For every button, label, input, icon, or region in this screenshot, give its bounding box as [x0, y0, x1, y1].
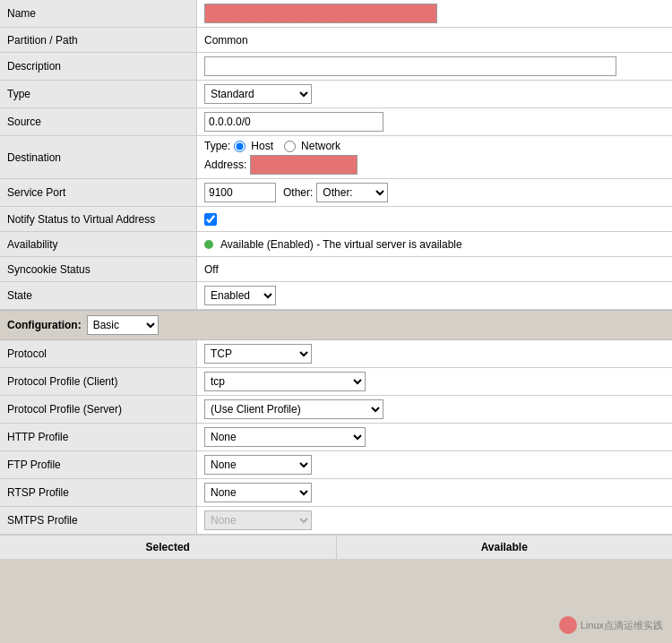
- source-value: [197, 108, 672, 135]
- smtps-profile-value: None: [197, 507, 672, 534]
- protocol-server-row: Protocol Profile (Server) (Use Client Pr…: [0, 396, 672, 424]
- notify-checkbox[interactable]: [204, 213, 217, 226]
- description-input[interactable]: [204, 56, 616, 76]
- name-value: [197, 0, 672, 27]
- protocol-server-select[interactable]: (Use Client Profile) tcp: [204, 399, 383, 419]
- footer-selected: Selected: [0, 536, 337, 559]
- destination-type-row: Type: Host Network: [204, 140, 348, 152]
- description-value: [197, 53, 672, 80]
- configuration-select[interactable]: Basic Advanced: [87, 315, 159, 335]
- rtsp-profile-row: RTSP Profile None: [0, 479, 672, 507]
- destination-value: Type: Host Network Address:: [197, 136, 672, 178]
- other-select[interactable]: Other: HTTP HTTPS: [316, 183, 388, 202]
- description-label: Description: [0, 53, 197, 80]
- protocol-value: TCP UDP Any: [197, 340, 672, 367]
- notify-value: [197, 207, 672, 231]
- service-port-input[interactable]: [204, 183, 276, 202]
- destination-row: Destination Type: Host Network Address:: [0, 136, 672, 179]
- syncookie-label: Syncookie Status: [0, 257, 197, 281]
- state-select[interactable]: Enabled Disabled: [204, 286, 276, 305]
- ftp-profile-value: None: [197, 451, 672, 478]
- syncookie-text: Off: [204, 263, 219, 276]
- destination-address-label: Address:: [204, 159, 246, 171]
- availability-dot: [204, 240, 213, 249]
- protocol-client-row: Protocol Profile (Client) tcp fastL4: [0, 368, 672, 396]
- protocol-client-value: tcp fastL4: [197, 368, 672, 395]
- name-input[interactable]: [204, 4, 437, 23]
- rtsp-profile-value: None: [197, 479, 672, 506]
- destination-host-radio[interactable]: [234, 141, 246, 152]
- source-input[interactable]: [204, 112, 383, 132]
- name-row: Name: [0, 0, 672, 28]
- protocol-server-label: Protocol Profile (Server): [0, 396, 197, 423]
- smtps-profile-select[interactable]: None: [204, 510, 312, 530]
- ftp-profile-label: FTP Profile: [0, 451, 197, 478]
- rtsp-profile-label: RTSP Profile: [0, 479, 197, 506]
- state-label: State: [0, 282, 197, 309]
- source-row: Source: [0, 108, 672, 136]
- http-profile-select[interactable]: None http: [204, 427, 366, 447]
- name-label: Name: [0, 0, 197, 27]
- partition-row: Partition / Path Common: [0, 28, 672, 53]
- rtsp-profile-select[interactable]: None: [204, 483, 312, 502]
- availability-label: Availability: [0, 232, 197, 256]
- partition-label: Partition / Path: [0, 28, 197, 52]
- footer-available: Available: [337, 536, 673, 559]
- configuration-header: Configuration: Basic Advanced: [0, 310, 672, 340]
- state-value: Enabled Disabled: [197, 282, 672, 309]
- main-form: Name Partition / Path Common Description…: [0, 0, 672, 559]
- other-label: Other:: [283, 186, 313, 199]
- partition-value: Common: [197, 28, 672, 52]
- http-profile-label: HTTP Profile: [0, 424, 197, 450]
- destination-host-label: Host: [251, 140, 273, 152]
- type-row: Type Standard: [0, 81, 672, 108]
- protocol-select[interactable]: TCP UDP Any: [204, 344, 312, 364]
- protocol-label: Protocol: [0, 340, 197, 367]
- state-row: State Enabled Disabled: [0, 282, 672, 310]
- ftp-profile-row: FTP Profile None: [0, 451, 672, 479]
- smtps-profile-label: SMTPS Profile: [0, 507, 197, 534]
- type-value: Standard: [197, 81, 672, 107]
- availability-value: Available (Enabled) - The virtual server…: [197, 232, 672, 256]
- availability-text: Available (Enabled) - The virtual server…: [220, 238, 462, 251]
- destination-network-radio[interactable]: [284, 141, 296, 152]
- destination-label: Destination: [0, 136, 197, 178]
- destination-address-row: Address:: [204, 155, 358, 175]
- http-profile-row: HTTP Profile None http: [0, 424, 672, 451]
- protocol-client-label: Protocol Profile (Client): [0, 368, 197, 395]
- syncookie-row: Syncookie Status Off: [0, 257, 672, 282]
- service-port-row: Service Port Other: Other: HTTP HTTPS: [0, 179, 672, 207]
- smtps-profile-row: SMTPS Profile None: [0, 507, 672, 535]
- notify-row: Notify Status to Virtual Address: [0, 207, 672, 232]
- service-port-label: Service Port: [0, 179, 197, 206]
- destination-type-label: Type:: [204, 140, 230, 152]
- partition-text: Common: [204, 34, 248, 47]
- syncookie-value: Off: [197, 257, 672, 281]
- http-profile-value: None http: [197, 424, 672, 450]
- footer: Selected Available: [0, 535, 672, 559]
- type-label: Type: [0, 81, 197, 107]
- notify-label: Notify Status to Virtual Address: [0, 207, 197, 231]
- protocol-row: Protocol TCP UDP Any: [0, 340, 672, 368]
- protocol-server-value: (Use Client Profile) tcp: [197, 396, 672, 423]
- destination-address-input[interactable]: [250, 155, 358, 175]
- type-select[interactable]: Standard: [204, 84, 312, 104]
- availability-row: Availability Available (Enabled) - The v…: [0, 232, 672, 257]
- source-label: Source: [0, 108, 197, 135]
- protocol-client-select[interactable]: tcp fastL4: [204, 372, 366, 391]
- description-row: Description: [0, 53, 672, 81]
- configuration-label: Configuration:: [7, 319, 82, 331]
- ftp-profile-select[interactable]: None: [204, 455, 312, 475]
- destination-network-label: Network: [301, 140, 340, 152]
- service-port-value: Other: Other: HTTP HTTPS: [197, 179, 672, 206]
